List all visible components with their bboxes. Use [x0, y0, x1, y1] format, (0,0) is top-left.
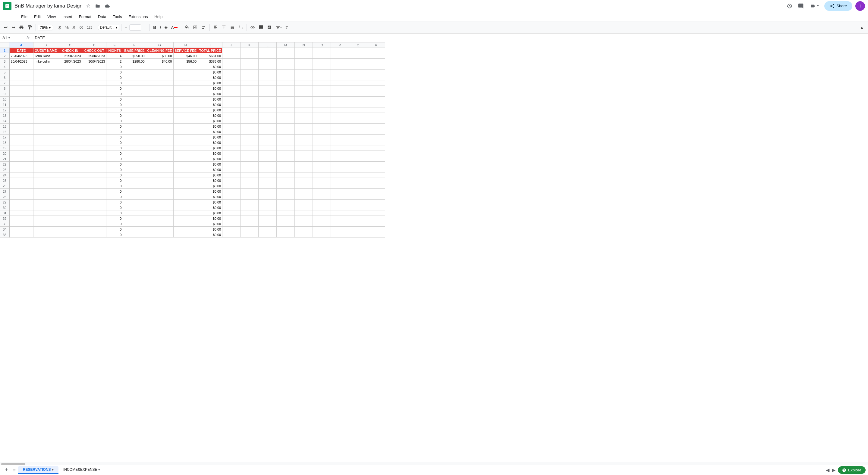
cell[interactable] — [33, 200, 58, 205]
cell[interactable]: $0.00 — [198, 70, 222, 75]
cell[interactable] — [33, 135, 58, 140]
cell-empty[interactable] — [313, 178, 331, 183]
cell[interactable] — [58, 151, 82, 156]
cell-empty[interactable] — [258, 210, 277, 216]
cell[interactable] — [173, 124, 198, 129]
cell-empty[interactable] — [222, 216, 241, 221]
cell[interactable] — [123, 162, 146, 167]
cell[interactable]: mike cullin — [33, 59, 58, 64]
cell[interactable] — [33, 64, 58, 70]
row-number[interactable]: 25 — [0, 178, 9, 183]
cell[interactable] — [58, 200, 82, 205]
cell[interactable] — [123, 216, 146, 221]
cell[interactable] — [82, 227, 106, 232]
cell-empty[interactable] — [241, 129, 258, 135]
cell[interactable] — [33, 86, 58, 91]
cell[interactable] — [58, 167, 82, 172]
cell[interactable]: $550.00 — [123, 53, 146, 59]
cell-empty[interactable] — [222, 156, 241, 162]
cell-empty[interactable] — [295, 97, 313, 102]
percent-button[interactable]: % — [63, 24, 70, 31]
col-header-p[interactable]: P — [331, 42, 349, 48]
cell-empty[interactable] — [241, 102, 258, 107]
cell-empty[interactable] — [277, 124, 295, 129]
cell-empty[interactable] — [258, 140, 277, 145]
cell[interactable] — [82, 183, 106, 189]
cell[interactable] — [123, 200, 146, 205]
text-rotation-button[interactable] — [237, 24, 245, 31]
cell-empty[interactable] — [331, 124, 349, 129]
cell-empty[interactable] — [258, 205, 277, 210]
cell[interactable] — [146, 64, 173, 70]
cell-empty[interactable] — [367, 232, 385, 238]
cell-empty[interactable] — [241, 107, 258, 113]
cell-empty[interactable] — [295, 145, 313, 151]
cell[interactable] — [58, 205, 82, 210]
cell[interactable]: $0.00 — [198, 200, 222, 205]
cell-empty[interactable] — [241, 189, 258, 194]
cell[interactable] — [123, 86, 146, 91]
cell-empty[interactable] — [313, 129, 331, 135]
menu-help[interactable]: Help — [151, 13, 165, 20]
cell-empty[interactable] — [313, 221, 331, 227]
cell[interactable]: $0.00 — [198, 151, 222, 156]
cell-empty[interactable] — [295, 205, 313, 210]
cell[interactable] — [123, 124, 146, 129]
strikethrough-button[interactable]: S — [163, 24, 169, 31]
cell[interactable] — [9, 172, 33, 178]
cell[interactable] — [146, 210, 173, 216]
cell[interactable] — [82, 200, 106, 205]
share-button[interactable]: Share — [824, 1, 852, 11]
cell[interactable] — [9, 91, 33, 97]
cell[interactable] — [9, 129, 33, 135]
row-number[interactable]: 20 — [0, 151, 9, 156]
cell-empty[interactable] — [313, 200, 331, 205]
cell[interactable] — [9, 162, 33, 167]
cell[interactable] — [173, 221, 198, 227]
cell-empty[interactable] — [349, 86, 367, 91]
cell[interactable]: BASE PRICE — [123, 48, 146, 53]
cell-empty[interactable] — [241, 205, 258, 210]
cell-empty[interactable] — [258, 59, 277, 64]
row-number[interactable]: 1 — [0, 48, 9, 53]
cell[interactable] — [33, 91, 58, 97]
cell-empty[interactable] — [277, 113, 295, 118]
cell[interactable] — [9, 194, 33, 200]
cell-empty[interactable] — [241, 162, 258, 167]
cell[interactable] — [9, 102, 33, 107]
cell[interactable]: 0 — [106, 205, 123, 210]
row-number[interactable]: 13 — [0, 113, 9, 118]
undo-button[interactable]: ↩ — [2, 24, 9, 31]
cell[interactable] — [123, 80, 146, 86]
menu-extensions[interactable]: Extensions — [126, 13, 151, 20]
cell-empty[interactable] — [313, 91, 331, 97]
cell-empty[interactable] — [331, 97, 349, 102]
comments-button[interactable] — [797, 2, 805, 10]
cell[interactable] — [146, 135, 173, 140]
cell-empty[interactable] — [367, 59, 385, 64]
cell-empty[interactable] — [331, 205, 349, 210]
cell-empty[interactable] — [241, 200, 258, 205]
increase-decimal-button[interactable]: .00 — [77, 24, 85, 30]
cell[interactable] — [9, 118, 33, 124]
cell-empty[interactable] — [241, 64, 258, 70]
cell[interactable] — [123, 221, 146, 227]
cell[interactable] — [9, 151, 33, 156]
cell-empty[interactable] — [367, 48, 385, 53]
text-color-button[interactable]: A — [169, 24, 179, 31]
col-header-m[interactable]: M — [277, 42, 295, 48]
row-number[interactable]: 19 — [0, 145, 9, 151]
cell[interactable] — [58, 145, 82, 151]
col-header-a[interactable]: A — [9, 42, 33, 48]
cell[interactable]: $0.00 — [198, 64, 222, 70]
cell-empty[interactable] — [367, 194, 385, 200]
cell-empty[interactable] — [331, 48, 349, 53]
cell[interactable] — [33, 156, 58, 162]
cell[interactable] — [173, 70, 198, 75]
menu-view[interactable]: View — [44, 13, 59, 20]
cell[interactable] — [58, 194, 82, 200]
cell-empty[interactable] — [349, 75, 367, 80]
cell[interactable] — [9, 156, 33, 162]
cell-empty[interactable] — [331, 189, 349, 194]
insert-link-button[interactable] — [249, 24, 256, 31]
